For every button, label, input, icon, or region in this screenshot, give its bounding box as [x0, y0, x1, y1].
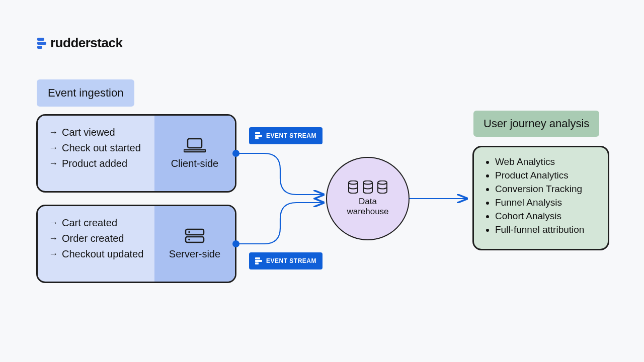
- analysis-item: Full-funnel attribution: [495, 224, 597, 235]
- arrow-icon: →: [49, 127, 58, 138]
- server-side-label-area: Server-side: [154, 206, 235, 282]
- rudderstack-mini-icon: [255, 257, 262, 264]
- diagram-canvas: rudderstack Event ingestion →Cart viewed…: [0, 0, 644, 362]
- svg-point-16: [378, 180, 387, 184]
- event-item: →Cart created: [49, 217, 145, 229]
- svg-rect-3: [188, 139, 202, 148]
- brand-name: rudderstack: [50, 35, 122, 51]
- stream-label: EVENT STREAM: [266, 132, 316, 139]
- database-icon: [348, 180, 359, 194]
- data-warehouse-node: Data warehouse: [326, 157, 410, 240]
- user-journey-list: Web Analytics Product Analytics Conversi…: [485, 156, 597, 235]
- svg-rect-11: [255, 257, 260, 259]
- server-icon: [184, 228, 206, 243]
- analysis-item: Product Analytics: [495, 170, 597, 181]
- analysis-item: Web Analytics: [495, 156, 597, 167]
- svg-rect-0: [37, 38, 44, 41]
- arrow-icon: →: [49, 249, 58, 259]
- svg-rect-13: [255, 262, 259, 264]
- svg-rect-12: [255, 260, 262, 262]
- side-label: Server-side: [169, 248, 220, 260]
- event-stream-badge: EVENT STREAM: [249, 252, 323, 269]
- event-panel-client-side: →Cart viewed →Check out started →Product…: [36, 114, 236, 193]
- brand-logo: rudderstack: [37, 35, 122, 51]
- server-side-events: →Cart created →Order created →Checkout u…: [38, 206, 154, 282]
- event-ingestion-header: Event ingestion: [37, 79, 134, 107]
- analysis-item: Funnel Analysis: [495, 197, 597, 208]
- arrow-icon: →: [49, 158, 58, 169]
- event-item: →Product added: [49, 158, 145, 169]
- event-panel-server-side: →Cart created →Order created →Checkout u…: [36, 205, 236, 283]
- svg-rect-8: [255, 132, 260, 134]
- database-icons: [348, 180, 388, 194]
- event-item: →Checkout updated: [49, 248, 145, 260]
- svg-rect-9: [255, 135, 262, 137]
- svg-point-14: [349, 180, 358, 184]
- connector-dot: [232, 240, 239, 247]
- laptop-icon: [184, 138, 206, 153]
- user-journey-header: User journey analysis: [473, 111, 599, 137]
- analysis-item: Cohort Analysis: [495, 211, 597, 222]
- event-item: →Cart viewed: [49, 127, 145, 138]
- user-journey-panel: Web Analytics Product Analytics Conversi…: [472, 146, 609, 250]
- client-side-label-area: Client-side: [154, 116, 235, 191]
- analysis-item: Conversion Tracking: [495, 184, 597, 195]
- event-item: →Check out started: [49, 142, 145, 154]
- svg-rect-10: [255, 137, 259, 139]
- arrow-icon: →: [49, 218, 58, 228]
- connector-dot: [232, 150, 239, 157]
- database-icon: [362, 180, 373, 194]
- svg-rect-2: [37, 46, 42, 49]
- svg-point-6: [188, 231, 190, 233]
- arrow-icon: →: [49, 233, 58, 244]
- client-side-events: →Cart viewed →Check out started →Product…: [38, 116, 154, 191]
- arrow-icon: →: [49, 143, 58, 153]
- svg-point-15: [363, 180, 372, 184]
- side-label: Client-side: [171, 158, 218, 169]
- database-icon: [377, 180, 388, 194]
- rudderstack-mini-icon: [255, 132, 262, 139]
- event-stream-badge: EVENT STREAM: [249, 127, 323, 144]
- svg-rect-1: [37, 42, 46, 45]
- stream-label: EVENT STREAM: [266, 257, 316, 264]
- rudderstack-logo-icon: [37, 38, 46, 49]
- svg-point-7: [188, 238, 190, 240]
- data-warehouse-label: Data warehouse: [347, 197, 388, 217]
- event-item: →Order created: [49, 233, 145, 244]
